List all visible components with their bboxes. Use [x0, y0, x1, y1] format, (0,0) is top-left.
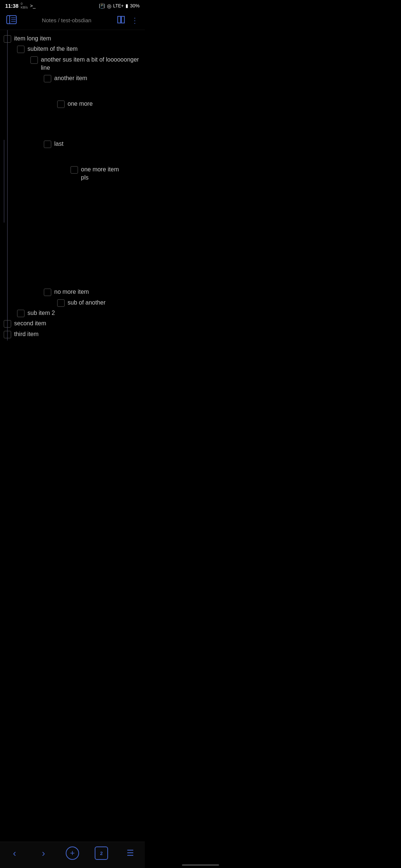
checkbox-11[interactable] [4, 320, 11, 328]
checkbox-8[interactable] [44, 289, 51, 296]
status-right: 📳 ◎ LTE+ ▮ 30% [99, 3, 140, 9]
item-label: another sus item a bit of loooooonger li… [41, 56, 142, 72]
checkbox-9[interactable] [57, 299, 65, 307]
checkbox-3[interactable] [30, 56, 38, 64]
book-icon[interactable] [116, 15, 126, 26]
checkbox-2[interactable] [17, 46, 25, 53]
terminal-icon: >_ [30, 3, 36, 9]
battery-icon: ▮ [125, 3, 128, 9]
network-icon: LTE+ [113, 3, 124, 9]
large-spacer [4, 184, 142, 288]
list-item: another sus item a bit of loooooonger li… [4, 56, 142, 72]
status-bar: 11:38 0KB/s >_ 📳 ◎ LTE+ ▮ 30% [0, 0, 145, 11]
item-label: third item [14, 330, 39, 338]
battery-percent: 30% [130, 3, 140, 9]
checkbox-5[interactable] [57, 101, 65, 108]
item-label: one more [68, 100, 93, 108]
checkbox-6[interactable] [44, 141, 51, 148]
list-item: second item [4, 319, 142, 328]
list-item: third item [4, 330, 142, 338]
list-item: subitem of the item [4, 45, 142, 53]
checkbox-7[interactable] [71, 166, 78, 174]
list-item: another item [4, 74, 142, 82]
header: Notes / test-obsdian ⋮ [0, 11, 145, 30]
list-item: last [4, 140, 142, 148]
status-kb: 0KB/s [21, 2, 28, 10]
item-label: another item [54, 74, 87, 82]
list-item: no more item [4, 288, 142, 296]
item-label: item long item [14, 34, 51, 43]
item-label: last [54, 140, 63, 148]
item-label: subitem of the item [27, 45, 78, 53]
status-left: 11:38 0KB/s >_ [5, 2, 36, 10]
sidebar-toggle-button[interactable] [6, 14, 17, 27]
checkbox-1[interactable] [4, 35, 11, 43]
list-item: one more [4, 100, 142, 108]
content: item long item subitem of the item anoth… [0, 30, 145, 378]
vibrate-icon: 📳 [99, 3, 105, 9]
spacer2 [4, 151, 142, 165]
item-label: sub of another [68, 299, 105, 307]
item-label: no more item [54, 288, 89, 296]
list-item: one more itempls [4, 165, 142, 182]
checkbox-10[interactable] [17, 310, 25, 317]
spacer [4, 85, 142, 100]
more-icon[interactable]: ⋮ [131, 16, 139, 25]
header-title: Notes / test-obsdian [42, 17, 91, 23]
item-label: one more itempls [81, 165, 119, 182]
status-time: 11:38 [5, 3, 19, 9]
signal-icon: ◎ [107, 3, 111, 9]
checkbox-12[interactable] [4, 331, 11, 338]
list-item: sub of another [4, 299, 142, 307]
item-label: sub item 2 [27, 309, 55, 317]
spacer-lg [4, 110, 142, 140]
list-item: sub item 2 [4, 309, 142, 317]
item-label: second item [14, 319, 46, 328]
list-item: item long item [4, 34, 142, 43]
header-icons: ⋮ [116, 15, 139, 26]
checkbox-4[interactable] [44, 75, 51, 82]
